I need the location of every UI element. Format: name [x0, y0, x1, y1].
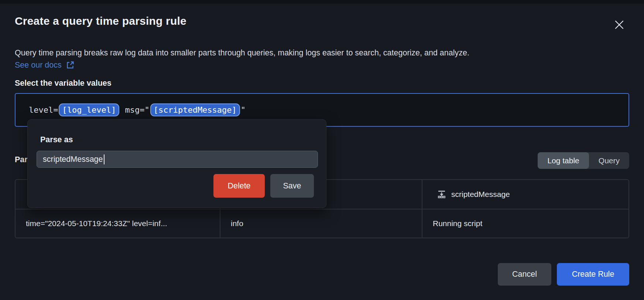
parse-as-input-value: scriptedMessage: [43, 155, 103, 164]
page-title: Create a query time parsing rule: [15, 15, 186, 27]
parse-as-label: Parse as: [40, 135, 73, 144]
text-cursor: [104, 154, 105, 164]
query-text-segment: ": [241, 105, 246, 115]
variable-pill-scripted-message[interactable]: [scriptedMessage]: [150, 103, 240, 116]
save-button[interactable]: Save: [270, 174, 314, 198]
docs-link[interactable]: See our docs: [15, 60, 75, 70]
parse-preview-heading: Par: [15, 155, 28, 166]
close-icon: [613, 18, 626, 31]
parse-as-input[interactable]: scriptedMessage: [37, 151, 318, 168]
table-header-scripted-message: scriptedMessage: [422, 180, 628, 209]
close-button[interactable]: [611, 16, 628, 33]
table-cell-scripted-message: Running script: [422, 209, 628, 238]
table-cell-raw-log: time="2024-05-10T19:24:33Z" level=inf...: [16, 209, 220, 238]
variable-pill-log-level[interactable]: [log_level]: [59, 103, 119, 116]
toggle-option-log-table[interactable]: Log table: [538, 152, 589, 169]
parse-field-icon: [437, 190, 446, 199]
cancel-button[interactable]: Cancel: [498, 263, 551, 286]
create-parsing-rule-modal: Create a query time parsing rule Query t…: [0, 0, 644, 300]
query-template-line: level= [log_level] msg=" [scriptedMessag…: [16, 103, 246, 116]
toggle-option-query[interactable]: Query: [589, 152, 629, 169]
view-toggle: Log table Query: [538, 152, 629, 169]
parse-as-popover: Parse as scriptedMessage Delete Save: [27, 119, 326, 208]
create-rule-button[interactable]: Create Rule: [557, 263, 629, 286]
table-header-label: scriptedMessage: [451, 190, 510, 199]
variable-values-label: Select the variable values: [15, 79, 112, 88]
query-text-segment: level=: [29, 105, 58, 115]
docs-link-label: See our docs: [15, 61, 62, 70]
query-text-segment: msg=": [120, 105, 149, 115]
modal-top-edge: [0, 0, 644, 4]
external-link-icon: [65, 60, 75, 70]
table-cell-log-level: info: [220, 209, 422, 238]
modal-description: Query time parsing breaks raw log data i…: [15, 48, 613, 58]
delete-button[interactable]: Delete: [213, 174, 265, 198]
